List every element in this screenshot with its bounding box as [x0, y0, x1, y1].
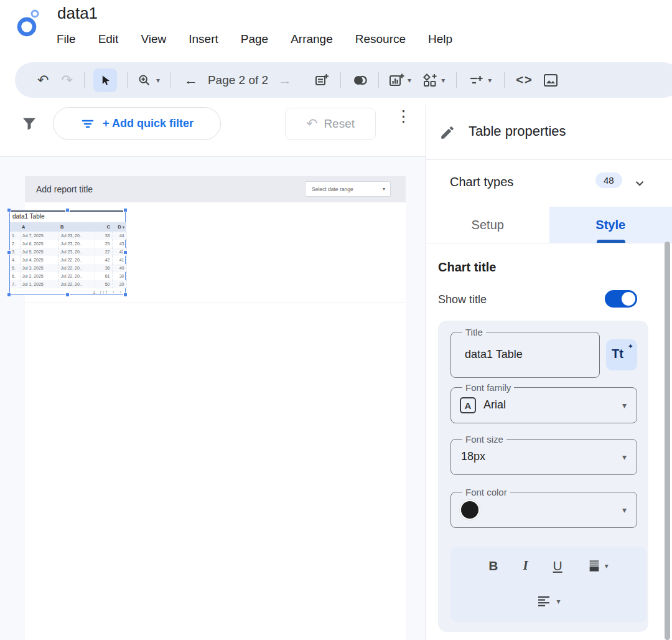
menu-insert[interactable]: Insert: [188, 31, 219, 47]
filter-icon[interactable]: [21, 115, 38, 135]
table-row: 2.Jul 6, 2025Jul 23, 20..2543: [10, 240, 126, 248]
underline-button[interactable]: U: [553, 558, 562, 573]
previous-page-button[interactable]: ←: [184, 73, 198, 87]
column-header-c[interactable]: C: [95, 222, 112, 232]
chart-types-label: Chart types: [450, 175, 513, 189]
report-canvas[interactable]: Add report title Select date range ▾ dat…: [0, 157, 426, 640]
show-title-toggle[interactable]: [605, 290, 637, 308]
toolbar-divider: [504, 72, 505, 88]
menu-page[interactable]: Page: [240, 31, 269, 47]
tab-setup[interactable]: Setup: [426, 207, 549, 243]
community-viz-caret-icon[interactable]: ▾: [441, 77, 445, 84]
add-control-caret-icon[interactable]: ▾: [488, 77, 492, 84]
report-header-band[interactable]: Add report title Select date range ▾: [25, 176, 406, 202]
more-options-icon[interactable]: ⋮: [396, 108, 408, 125]
font-family-field[interactable]: Font family A Arial ▾: [450, 387, 637, 423]
bg-color-caret-icon: ▾: [605, 562, 609, 570]
font-size-caret-icon[interactable]: ▾: [622, 452, 627, 462]
selection-handle[interactable]: [123, 293, 128, 297]
row-number-header: [10, 222, 20, 232]
zoom-caret-icon[interactable]: ▾: [156, 77, 160, 84]
add-control-button[interactable]: [469, 73, 485, 88]
selection-handle[interactable]: [123, 250, 128, 255]
menu-edit[interactable]: Edit: [98, 31, 119, 47]
tab-style[interactable]: Style: [549, 207, 672, 243]
embed-icon[interactable]: <>: [516, 73, 533, 87]
font-family-caret-icon[interactable]: ▾: [622, 400, 627, 410]
font-color-caret-icon[interactable]: ▾: [622, 505, 627, 515]
add-quick-filter-label: + Add quick filter: [103, 117, 194, 130]
table-chart-component[interactable]: data1 Table A B C D ▾ 1.Jul 7, 2025Jul 2…: [9, 210, 126, 295]
table-row: 3.Jul 5, 2025Jul 23, 20..2242: [10, 248, 126, 256]
report-title-placeholder[interactable]: Add report title: [36, 184, 93, 194]
menu-bar: File Edit View Insert Page Arrange Resou…: [56, 31, 453, 47]
align-caret-icon[interactable]: ▾: [556, 598, 560, 605]
font-size-value: 18px: [461, 450, 485, 463]
toolbar-divider: [456, 72, 457, 88]
looker-studio-app: data1 File Edit View Insert Page Arrange…: [0, 0, 672, 640]
add-quick-filter-button[interactable]: + Add quick filter: [53, 107, 221, 140]
column-header-a[interactable]: A: [20, 222, 58, 232]
text-background-color-button[interactable]: ▾: [587, 559, 609, 573]
chart-types-count-badge: 48: [595, 172, 622, 188]
add-page-button[interactable]: [314, 73, 329, 88]
selection-handle[interactable]: [7, 208, 11, 212]
font-family-value: Arial: [483, 398, 506, 412]
undo-icon[interactable]: ↶: [37, 73, 49, 87]
ai-title-suggest-button[interactable]: Tt ✦: [606, 339, 637, 370]
add-chart-caret-icon[interactable]: ▾: [408, 77, 411, 84]
toolbar-divider: [127, 72, 128, 88]
looker-studio-logo[interactable]: [16, 7, 45, 41]
chevron-down-icon[interactable]: [633, 176, 646, 192]
panel-scrollbar[interactable]: [665, 242, 670, 640]
font-color-swatch[interactable]: [461, 501, 478, 519]
filter-bar: + Add quick filter ↶ Reset ⋮: [0, 98, 426, 157]
next-page-button[interactable]: →: [278, 73, 292, 87]
menu-file[interactable]: File: [56, 31, 77, 47]
add-chart-button[interactable]: [389, 73, 404, 88]
text-align-left-icon[interactable]: [536, 594, 551, 609]
tt-icon: Tt: [612, 347, 623, 361]
toolbar-divider: [378, 72, 379, 88]
column-header-d[interactable]: D ▾: [112, 222, 126, 232]
table-row: 1.Jul 7, 2025Jul 23, 20..3344: [10, 232, 126, 240]
table-row: 6.Jul 2, 2025Jul 22, 20..6130: [10, 272, 126, 280]
menu-arrange[interactable]: Arrange: [290, 31, 334, 47]
image-icon[interactable]: [543, 73, 558, 88]
pagination-prev-icon[interactable]: ‹: [113, 289, 114, 295]
selection-handle[interactable]: [65, 293, 70, 297]
font-size-label: Font size: [462, 434, 506, 445]
select-tool-button[interactable]: [93, 68, 117, 92]
filter-list-icon: [80, 116, 95, 131]
blend-data-button[interactable]: [352, 73, 368, 88]
redo-icon[interactable]: ↷: [61, 73, 72, 87]
cursor-icon: [99, 74, 111, 87]
pagination-range: 1 - 7 / 7: [93, 290, 108, 294]
report-title[interactable]: data1: [57, 4, 98, 23]
font-color-field[interactable]: Font color ▾: [450, 492, 637, 528]
reset-button[interactable]: ↶ Reset: [285, 108, 376, 140]
text-format-group: B I U ▾: [450, 547, 646, 623]
menu-help[interactable]: Help: [427, 31, 453, 47]
font-size-field[interactable]: Font size 18px ▾: [450, 439, 637, 475]
page-indicator[interactable]: Page 2 of 2: [208, 73, 268, 87]
italic-button[interactable]: I: [523, 558, 528, 573]
selection-handle[interactable]: [65, 208, 70, 212]
title-input[interactable]: [454, 335, 594, 374]
pagination-next-icon[interactable]: ›: [119, 289, 121, 295]
toolbar-divider: [84, 72, 85, 88]
bold-button[interactable]: B: [488, 558, 498, 573]
table-header-row[interactable]: A B C D ▾: [10, 222, 126, 232]
menu-resource[interactable]: Resource: [355, 31, 406, 47]
chart-types-row[interactable]: Chart types 48: [426, 160, 672, 207]
toggle-knob: [622, 292, 635, 306]
selection-handle[interactable]: [7, 250, 11, 255]
menu-view[interactable]: View: [140, 31, 167, 47]
selection-handle[interactable]: [123, 208, 128, 212]
panel-title: Table properties: [469, 123, 566, 139]
zoom-tool-button[interactable]: [138, 73, 151, 87]
date-range-control[interactable]: Select date range ▾: [305, 181, 391, 197]
community-visualizations-button[interactable]: [422, 73, 438, 88]
column-header-b[interactable]: B: [58, 222, 95, 232]
selection-handle[interactable]: [7, 293, 11, 297]
